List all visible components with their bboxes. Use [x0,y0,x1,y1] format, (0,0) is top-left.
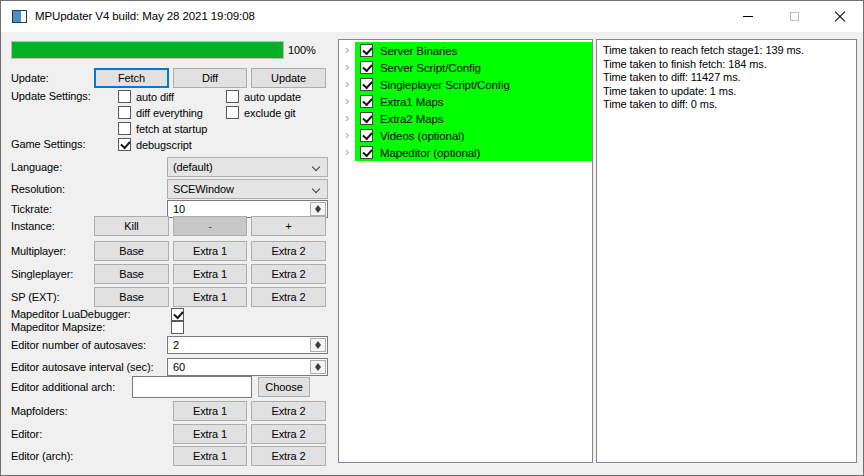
app-window: MPUpdater V4 build: May 28 2021 19:09:08… [0,0,864,476]
sp-ext-extra1-button[interactable]: Extra 1 [173,287,247,307]
instance-minus-button[interactable]: - [173,216,247,236]
chevron-right-icon[interactable]: › [345,42,349,58]
chevron-right-icon[interactable]: › [345,127,349,143]
tree-item-extra2-maps[interactable]: › Extra2 Maps [339,110,592,127]
chevron-right-icon[interactable]: › [345,144,349,160]
tree-item-label: Videos (optional) [380,130,464,142]
language-select[interactable]: (default) [167,157,328,177]
log-line: Time taken to reach fetch stage1: 139 ms… [603,44,850,58]
sp-ext-label: SP (EXT): [11,287,59,307]
close-button[interactable] [817,1,863,32]
instance-label: Instance: [11,216,55,236]
singleplayer-label: Singleplayer: [11,264,73,284]
progress-bar [11,41,284,59]
tree-item-checkbox[interactable] [360,61,373,74]
language-value: (default) [173,161,212,173]
autosave-interval-label: Editor autosave interval (sec): [11,358,153,376]
tree-item-label: Server Script/Config [380,62,481,74]
resolution-select[interactable]: SCEWindow [167,179,328,199]
tree-item-server-binaries[interactable]: › Server Binaries [339,42,592,59]
progress-percent: 100% [288,41,316,59]
editor-arch-extra2-button[interactable]: Extra 2 [251,446,326,466]
diff-button[interactable]: Diff [173,68,247,88]
additional-arch-label: Editor additional arch: [11,376,115,398]
tree-item-label: Extra1 Maps [380,96,443,108]
editor-extra2-button[interactable]: Extra 2 [251,424,326,444]
debugscript-checkbox[interactable] [118,138,131,151]
component-tree[interactable]: › Server Binaries › Server Script/Config… [338,39,593,463]
tree-item-singleplayer-script-config[interactable]: › Singleplayer Script/Config [339,76,592,93]
diff-everything-checkbox[interactable] [118,106,131,119]
spinner-arrows-icon[interactable] [310,360,326,374]
tree-item-checkbox[interactable] [360,44,373,57]
autosave-interval-value: 60 [173,361,185,373]
sp-ext-base-button[interactable]: Base [94,287,169,307]
auto-update-checkbox[interactable] [226,90,239,103]
autosaves-stepper[interactable]: 2 [167,336,328,354]
multiplayer-extra2-button[interactable]: Extra 2 [251,241,326,261]
diff-everything-label: diff everything [136,106,203,120]
singleplayer-base-button[interactable]: Base [94,264,169,284]
mapeditor-luadebugger-checkbox[interactable] [171,308,184,321]
editor-extra1-button[interactable]: Extra 1 [173,424,247,444]
multiplayer-base-button[interactable]: Base [94,241,169,261]
tree-item-checkbox[interactable] [360,146,373,159]
resolution-label: Resolution: [11,179,65,199]
mapfolders-extra1-button[interactable]: Extra 1 [173,401,247,421]
editor-arch-extra1-button[interactable]: Extra 1 [173,446,247,466]
chevron-right-icon[interactable]: › [345,76,349,92]
mapeditor-mapsize-checkbox[interactable] [171,321,184,334]
mapeditor-mapsize-label: Mapeditor Mapsize: [11,321,105,334]
minimize-icon [743,16,753,17]
instance-plus-button[interactable]: + [251,216,326,236]
tree-item-checkbox[interactable] [360,95,373,108]
chevron-right-icon[interactable]: › [345,59,349,75]
singleplayer-extra1-button[interactable]: Extra 1 [173,264,247,284]
editor-arch-label: Editor (arch): [11,446,73,466]
close-icon [833,10,847,24]
auto-update-label: auto update [244,90,301,104]
update-button[interactable]: Update [251,68,326,88]
titlebar[interactable]: MPUpdater V4 build: May 28 2021 19:09:08 [1,1,863,32]
singleplayer-extra2-button[interactable]: Extra 2 [251,264,326,284]
maximize-button[interactable] [771,1,817,32]
maximize-icon [790,12,799,21]
chevron-right-icon[interactable]: › [345,93,349,109]
fetch-at-startup-label: fetch at startup [136,122,207,136]
log-line: Time taken to update: 1 ms. [603,85,850,99]
exclude-git-label: exclude git [244,106,296,120]
tree-item-checkbox[interactable] [360,129,373,142]
mapfolders-extra2-button[interactable]: Extra 2 [251,401,326,421]
choose-button[interactable]: Choose [258,377,310,397]
tree-item-label: Singleplayer Script/Config [380,79,510,91]
minimize-button[interactable] [725,1,771,32]
language-label: Language: [11,157,62,177]
multiplayer-extra1-button[interactable]: Extra 1 [173,241,247,261]
sp-ext-extra2-button[interactable]: Extra 2 [251,287,326,307]
spinner-arrows-icon[interactable] [310,202,326,216]
window-title: MPUpdater V4 build: May 28 2021 19:09:08 [35,1,255,32]
resolution-value: SCEWindow [173,183,234,195]
tree-item-mapeditor[interactable]: › Mapeditor (optional) [339,144,592,161]
fetch-button[interactable]: Fetch [94,68,169,88]
tree-item-extra1-maps[interactable]: › Extra1 Maps [339,93,592,110]
auto-diff-checkbox[interactable] [118,90,131,103]
auto-diff-label: auto diff [136,90,174,104]
exclude-git-checkbox[interactable] [226,106,239,119]
autosave-interval-stepper[interactable]: 60 [167,358,328,376]
log-line: Time taken to diff: 11427 ms. [603,71,850,85]
tree-item-server-script-config[interactable]: › Server Script/Config [339,59,592,76]
fetch-at-startup-checkbox[interactable] [118,122,131,135]
tree-item-label: Extra2 Maps [380,113,443,125]
log-output[interactable]: Time taken to reach fetch stage1: 139 ms… [596,39,857,463]
additional-arch-input[interactable] [132,376,252,398]
instance-kill-button[interactable]: Kill [94,216,169,236]
progress-fill [12,42,283,58]
chevron-right-icon[interactable]: › [345,110,349,126]
app-icon [12,10,27,23]
mapfolders-label: Mapfolders: [11,401,67,421]
tree-item-checkbox[interactable] [360,78,373,91]
tree-item-videos[interactable]: › Videos (optional) [339,127,592,144]
tree-item-checkbox[interactable] [360,112,373,125]
spinner-arrows-icon[interactable] [310,338,326,352]
